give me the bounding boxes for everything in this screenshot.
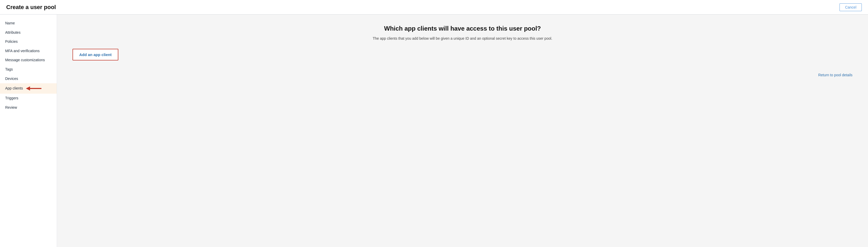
sidebar-item-message[interactable]: Message customizations bbox=[0, 56, 57, 65]
cancel-button[interactable]: Cancel bbox=[839, 3, 862, 11]
sidebar-item-devices[interactable]: Devices bbox=[0, 74, 57, 84]
sidebar: Name Attributes Policies MFA and verific… bbox=[0, 15, 57, 247]
sidebar-item-mfa[interactable]: MFA and verifications bbox=[0, 47, 57, 56]
main-description: The app clients that you add below will … bbox=[72, 36, 852, 40]
page-body: Name Attributes Policies MFA and verific… bbox=[0, 15, 868, 247]
sidebar-item-app-clients[interactable]: App clients bbox=[0, 83, 57, 94]
sidebar-item-tags[interactable]: Tags bbox=[0, 65, 57, 74]
actions-area: Add an app client bbox=[72, 49, 852, 69]
page-header: Create a user pool Cancel bbox=[0, 0, 868, 15]
bottom-row: Return to pool details bbox=[72, 73, 852, 77]
sidebar-item-review[interactable]: Review bbox=[0, 103, 57, 112]
page-title: Create a user pool bbox=[6, 4, 56, 11]
sidebar-item-name[interactable]: Name bbox=[0, 19, 57, 28]
sidebar-item-triggers[interactable]: Triggers bbox=[0, 94, 57, 103]
arrow-indicator bbox=[26, 85, 41, 91]
svg-marker-0 bbox=[26, 86, 41, 90]
sidebar-item-policies[interactable]: Policies bbox=[0, 37, 57, 47]
return-to-pool-details-link[interactable]: Return to pool details bbox=[818, 73, 852, 77]
main-content: Which app clients will have access to th… bbox=[57, 15, 868, 247]
main-heading: Which app clients will have access to th… bbox=[72, 25, 852, 32]
add-app-client-button[interactable]: Add an app client bbox=[72, 49, 118, 60]
sidebar-item-attributes[interactable]: Attributes bbox=[0, 28, 57, 37]
